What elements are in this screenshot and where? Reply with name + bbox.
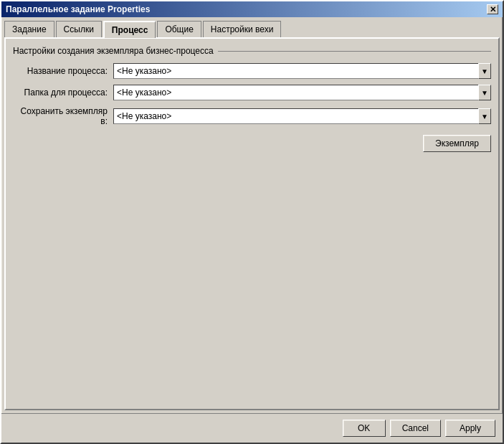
tab-ssylki[interactable]: Ссылки: [56, 21, 102, 38]
tab-zadanie[interactable]: Задание: [4, 21, 54, 38]
instance-button[interactable]: Экземпляр: [423, 135, 491, 152]
ok-button[interactable]: OK: [343, 420, 386, 437]
form-row-name: Название процесса: <Не указано> ▼: [13, 63, 491, 79]
tab-nastroyki[interactable]: Настройки вехи: [203, 21, 282, 38]
select-folder[interactable]: <Не указано>: [113, 85, 491, 100]
form-row-folder: Папка для процесса: <Не указано> ▼: [13, 85, 491, 100]
close-button[interactable]: ✕: [487, 4, 498, 14]
select-save-wrapper: <Не указано> ▼: [113, 108, 491, 124]
cancel-button[interactable]: Cancel: [390, 420, 441, 437]
select-process-name-wrapper: <Не указано> ▼: [113, 63, 491, 79]
bottom-bar: OK Cancel Apply: [1, 413, 503, 443]
select-process-name[interactable]: <Не указано>: [113, 63, 491, 79]
main-window: Параллельное задание Properties ✕ Задани…: [0, 0, 504, 444]
label-process-name: Название процесса:: [13, 66, 113, 76]
tab-content-process: Настройки создания экземпляра бизнес-про…: [4, 37, 500, 410]
form-row-save: Сохранить экземпляр в: <Не указано> ▼: [13, 106, 491, 126]
tab-process[interactable]: Процесс: [103, 21, 156, 38]
label-folder: Папка для процесса:: [13, 88, 113, 98]
section-title: Настройки создания экземпляра бизнес-про…: [13, 46, 491, 56]
apply-button[interactable]: Apply: [445, 420, 495, 437]
title-bar: Параллельное задание Properties ✕: [1, 1, 503, 17]
label-save: Сохранить экземпляр в:: [13, 106, 113, 126]
tab-obshie[interactable]: Общие: [157, 21, 201, 38]
tab-bar: Задание Ссылки Процесс Общие Настройки в…: [4, 20, 500, 37]
content-area: Задание Ссылки Процесс Общие Настройки в…: [1, 17, 503, 413]
select-save[interactable]: <Не указано>: [113, 108, 491, 124]
window-title: Параллельное задание Properties: [6, 4, 150, 14]
select-folder-wrapper: <Не указано> ▼: [113, 85, 491, 100]
